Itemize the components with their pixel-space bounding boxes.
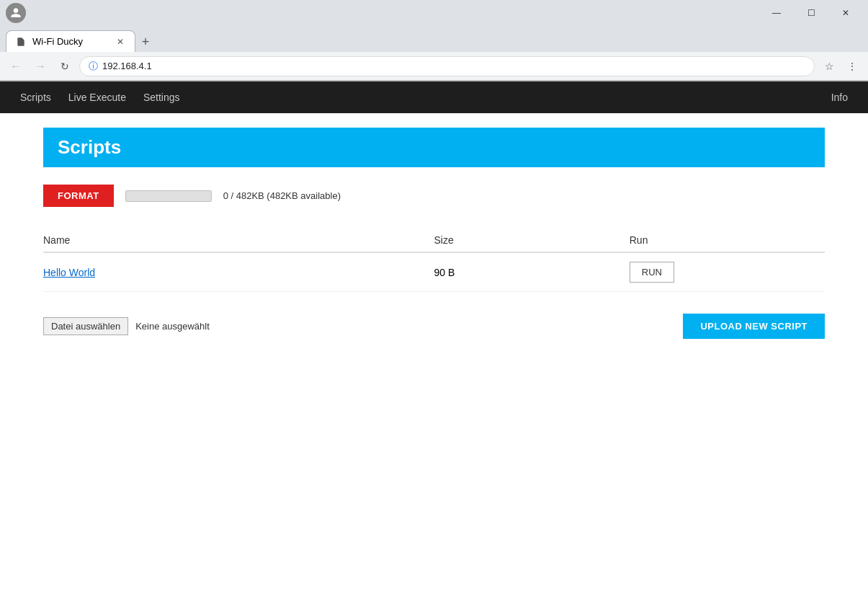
address-bar-right: ☆ ⋮ xyxy=(819,56,862,76)
script-run-cell: RUN xyxy=(630,252,825,292)
format-row: FORMAT 0 / 482KB (482KB available) xyxy=(43,185,825,207)
user-icon xyxy=(6,3,26,23)
nav-info[interactable]: Info xyxy=(823,81,856,113)
browser-chrome: — ☐ ✕ Wi-Fi Ducky ✕ + ← → ↻ ⓘ 192.168.4.… xyxy=(0,0,868,81)
info-icon: ⓘ xyxy=(89,60,98,73)
col-header-run: Run xyxy=(630,229,825,252)
forward-button[interactable]: → xyxy=(30,56,50,76)
table-header: Name Size Run xyxy=(43,229,825,252)
app-navbar: Scripts Live Execute Settings Info xyxy=(0,81,868,113)
nav-live-execute[interactable]: Live Execute xyxy=(60,81,135,113)
tab-title: Wi-Fi Ducky xyxy=(32,36,83,47)
window-controls: — ☐ ✕ xyxy=(760,2,862,24)
nav-scripts[interactable]: Scripts xyxy=(12,81,60,113)
page-content: Scripts FORMAT 0 / 482KB (482KB availabl… xyxy=(0,113,868,353)
address-bar[interactable]: ⓘ 192.168.4.1 xyxy=(79,56,815,76)
col-header-size: Size xyxy=(434,229,630,252)
tab-close-button[interactable]: ✕ xyxy=(115,36,126,48)
tab-bar: Wi-Fi Ducky ✕ + xyxy=(0,26,868,52)
nav-settings[interactable]: Settings xyxy=(135,81,189,113)
browser-tab-active[interactable]: Wi-Fi Ducky ✕ xyxy=(6,30,135,52)
script-link[interactable]: Hello World xyxy=(43,267,95,278)
url-text: 192.168.4.1 xyxy=(102,61,152,71)
scripts-table-body: Hello World90 BRUN xyxy=(43,252,825,292)
script-size-cell: 90 B xyxy=(434,252,630,292)
upload-new-script-button[interactable]: UPLOAD NEW SCRIPT xyxy=(683,314,825,339)
title-bar-left xyxy=(6,3,26,23)
bookmark-button[interactable]: ☆ xyxy=(819,56,839,76)
upload-row: Datei auswählen Keine ausgewählt UPLOAD … xyxy=(43,314,825,339)
menu-button[interactable]: ⋮ xyxy=(842,56,862,76)
scripts-table: Name Size Run Hello World90 BRUN xyxy=(43,229,825,292)
back-button[interactable]: ← xyxy=(6,56,26,76)
col-header-name: Name xyxy=(43,229,434,252)
page-title: Scripts xyxy=(43,128,825,167)
tab-favicon xyxy=(15,36,27,48)
table-header-row: Name Size Run xyxy=(43,229,825,252)
title-bar: — ☐ ✕ xyxy=(0,0,868,26)
run-button[interactable]: RUN xyxy=(630,262,674,283)
storage-text: 0 / 482KB (482KB available) xyxy=(223,190,341,201)
script-name-cell: Hello World xyxy=(43,252,434,292)
minimize-button[interactable]: — xyxy=(760,2,793,24)
no-file-text: Keine ausgewählt xyxy=(135,321,210,332)
restore-button[interactable]: ☐ xyxy=(795,2,828,24)
table-row: Hello World90 BRUN xyxy=(43,252,825,292)
address-bar-row: ← → ↻ ⓘ 192.168.4.1 ☆ ⋮ xyxy=(0,52,868,81)
file-choose-button[interactable]: Datei auswählen xyxy=(43,317,128,335)
storage-progress-bar xyxy=(125,190,212,202)
close-button[interactable]: ✕ xyxy=(829,2,862,24)
reload-button[interactable]: ↻ xyxy=(55,56,75,76)
format-button[interactable]: FORMAT xyxy=(43,185,114,207)
upload-row-left: Datei auswählen Keine ausgewählt xyxy=(43,317,210,335)
new-tab-button[interactable]: + xyxy=(135,32,156,52)
